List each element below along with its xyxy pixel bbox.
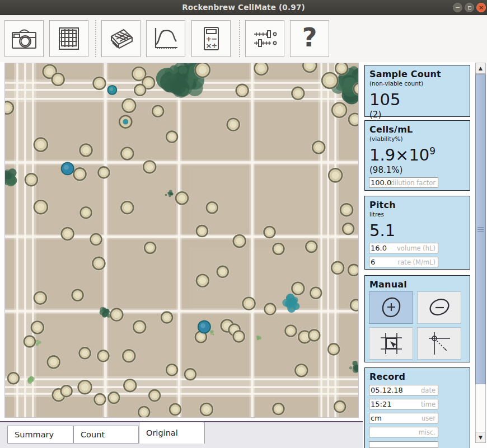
misc-label: misc. xyxy=(419,428,436,436)
tab-summary[interactable]: Summary xyxy=(7,426,73,444)
remove-cell-button[interactable] xyxy=(417,291,461,324)
growth-curve-button[interactable] xyxy=(146,20,185,57)
sliders-icon xyxy=(251,25,279,52)
toolbar: + − × ÷ ? xyxy=(0,15,487,62)
scrollbar-thumb[interactable] xyxy=(475,74,486,384)
scrollbar-grip-icon xyxy=(477,227,484,232)
cells-per-ml-value: 1.9×109 xyxy=(369,147,465,163)
manual-title: Manual xyxy=(369,279,465,290)
dilution-factor-label: dilution factor xyxy=(391,179,436,187)
date-label: date xyxy=(421,386,436,394)
help-icon: ? xyxy=(296,24,323,53)
dilution-factor-row: dilution factor xyxy=(369,177,438,188)
growth-curve-icon xyxy=(152,25,180,52)
sample-count-card: Sample Count (non-viable count) 105 (2) xyxy=(364,65,470,117)
count-region-button[interactable] xyxy=(369,327,413,360)
rate-row: rate (M/mL) xyxy=(369,257,438,267)
micrograph-view[interactable] xyxy=(4,63,359,418)
maximize-button[interactable] xyxy=(465,3,474,12)
pitch-value: 5.1 xyxy=(369,222,465,239)
time-label: time xyxy=(421,400,436,408)
pitch-title: Pitch xyxy=(369,200,465,210)
minimize-button[interactable]: − xyxy=(453,3,462,12)
hemocytometer-slide-button[interactable] xyxy=(101,20,141,57)
camera-icon xyxy=(10,25,38,52)
calc-divide-glyph: ÷ xyxy=(212,41,218,50)
time-row: time xyxy=(369,399,438,409)
count-region-icon xyxy=(378,331,404,356)
sample-count-title: Sample Count xyxy=(369,69,465,79)
time-input[interactable] xyxy=(371,399,414,409)
maximize-icon xyxy=(468,6,471,10)
remove-cell-icon xyxy=(427,295,452,320)
misc-row: misc. xyxy=(369,427,438,437)
scroll-up-button[interactable]: ▲ xyxy=(475,63,486,74)
pitch-subtitle: litres xyxy=(369,211,465,218)
grid-photo-button[interactable] xyxy=(49,20,88,57)
cells-per-ml-subtitle: (viability%) xyxy=(369,135,465,142)
tab-original[interactable]: Original xyxy=(139,422,205,444)
measure-button[interactable] xyxy=(417,327,461,360)
window-title: Rockenbrew CellMate (0.97) xyxy=(0,3,487,12)
misc-input[interactable] xyxy=(371,427,414,437)
adjust-sliders-button[interactable] xyxy=(245,20,284,57)
add-cell-button[interactable] xyxy=(369,291,413,324)
viability-value: (98.1%) xyxy=(369,165,465,175)
help-button[interactable]: ? xyxy=(290,20,329,57)
calculator-icon: + − × ÷ xyxy=(198,25,224,52)
sample-count-subtitle: (non-viable count) xyxy=(369,80,465,87)
volume-label: volume (hL) xyxy=(397,244,436,252)
user-label: user xyxy=(422,414,436,422)
nonviable-count-value: (2) xyxy=(369,110,465,120)
date-row: date xyxy=(369,385,438,395)
clipped-field-row xyxy=(369,441,438,448)
cells-per-ml-title: Cells/mL xyxy=(369,124,465,135)
measure-icon xyxy=(427,331,452,356)
hemocytometer-image xyxy=(5,63,358,417)
hemocytometer-slide-icon xyxy=(107,25,135,52)
rate-label: rate (M/mL) xyxy=(398,258,436,266)
sample-count-value: 105 xyxy=(369,91,465,108)
date-input[interactable] xyxy=(371,385,414,395)
grid-photo-icon xyxy=(55,25,82,52)
tab-count[interactable]: Count xyxy=(73,426,139,444)
toolbar-separator xyxy=(239,20,240,57)
question-glyph: ? xyxy=(302,24,317,53)
add-cell-icon xyxy=(378,295,404,320)
user-input[interactable] xyxy=(371,413,414,423)
close-button[interactable]: × xyxy=(476,3,486,12)
toolbar-separator xyxy=(95,20,96,57)
capture-camera-button[interactable] xyxy=(4,20,44,57)
user-row: user xyxy=(369,413,438,423)
scroll-down-button[interactable]: ▼ xyxy=(475,432,486,443)
calculator-button[interactable]: + − × ÷ xyxy=(191,20,231,57)
title-bar: Rockenbrew CellMate (0.97) − × xyxy=(0,0,487,15)
volume-row: volume (hL) xyxy=(369,243,438,253)
exponent: 9 xyxy=(429,145,436,157)
record-title: Record xyxy=(369,371,465,382)
